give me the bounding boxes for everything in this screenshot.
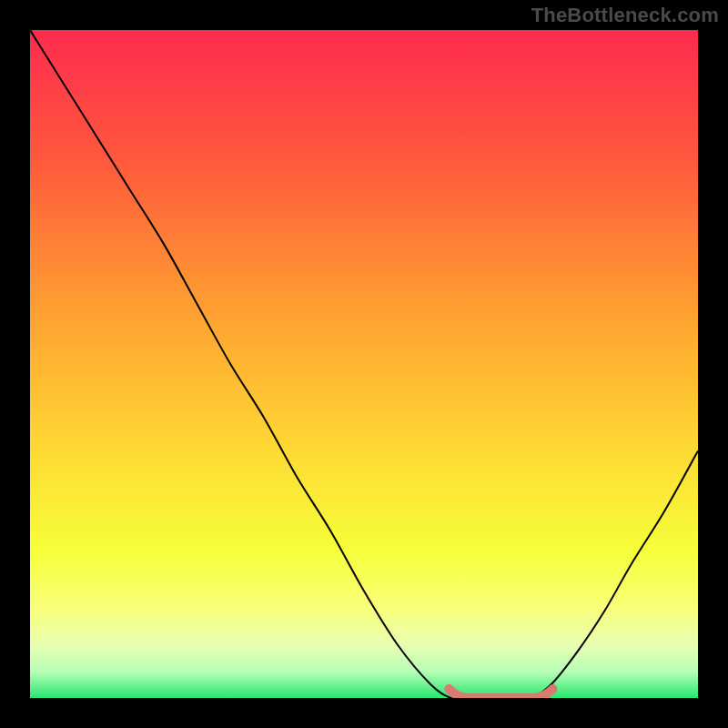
bottleneck-chart — [30, 30, 698, 698]
watermark-text: TheBottleneck.com — [531, 4, 719, 27]
chart-background — [30, 30, 698, 698]
